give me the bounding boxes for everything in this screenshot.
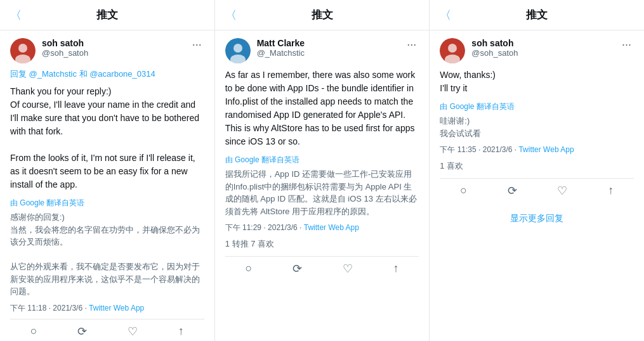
user-name: Matt Clarke <box>257 38 405 48</box>
panel-title: 推文 <box>96 8 118 22</box>
translate-section: 由 Google 翻译自英语感谢你的回复:)当然，我会将您的名字留在功劳中，并确… <box>10 198 204 298</box>
like-button[interactable]: ♡ <box>557 184 567 198</box>
translate-section: 由 Google 翻译自英语据我所记得，App ID 还需要做一些工作-已安装应… <box>225 155 419 217</box>
translate-label[interactable]: 由 Google 翻译自英语 <box>10 198 204 209</box>
retweet-button[interactable]: ⟳ <box>508 184 517 198</box>
tweet-meta: 下午 11:18 · 2021/3/6 · Twitter Web App <box>10 303 204 314</box>
svg-point-1 <box>18 44 27 53</box>
avatar <box>440 38 465 63</box>
tweet-text: Thank you for your reply:)Of course, I'l… <box>10 85 204 191</box>
panel-1: 〈推文Matt Clarke@_Matchstic···As far as I … <box>215 0 430 341</box>
back-icon[interactable]: 〈 <box>225 8 237 23</box>
user-row: Matt Clarke@_Matchstic··· <box>225 38 419 63</box>
avatar <box>10 38 36 63</box>
svg-point-7 <box>448 44 457 53</box>
user-info: Matt Clarke@_Matchstic <box>257 38 405 58</box>
user-handle: @_Matchstic <box>257 48 405 58</box>
actions-row: ○⟳♡↑ <box>440 178 634 203</box>
tweet-text: As far as I remember, there was also som… <box>225 68 419 148</box>
translate-section: 由 Google 翻译自英语哇谢谢:)我会试试看 <box>440 101 634 139</box>
translated-text: 感谢你的回复:)当然，我会将您的名字留在功劳中，并确保您不必为该分叉而烦恼。从它… <box>10 211 204 298</box>
share-button[interactable]: ↑ <box>178 325 184 338</box>
user-row: soh satoh@soh_satoh··· <box>10 38 204 63</box>
user-name: soh satoh <box>42 38 190 48</box>
tweet-container: soh satoh@soh_satoh···Wow, thanks:)I'll … <box>430 30 644 341</box>
retweet-button[interactable]: ⟳ <box>77 325 87 338</box>
translated-text: 哇谢谢:)我会试试看 <box>440 115 634 139</box>
translate-label[interactable]: 由 Google 翻译自英语 <box>225 155 419 165</box>
retweet-button[interactable]: ⟳ <box>292 262 302 276</box>
twitter-source-link[interactable]: Twitter Web App <box>89 304 144 312</box>
tweet-meta: 下午 11:29 · 2021/3/6 · Twitter Web App <box>225 222 419 233</box>
back-icon[interactable]: 〈 <box>10 8 22 23</box>
share-button[interactable]: ↑ <box>608 184 614 198</box>
panel-title: 推文 <box>312 8 333 22</box>
stats-row: 1 喜欢 <box>440 160 634 172</box>
reply-button[interactable]: ○ <box>246 262 253 276</box>
tweet-container: Matt Clarke@_Matchstic···As far as I rem… <box>215 30 430 341</box>
avatar <box>225 38 251 63</box>
user-name: soh satoh <box>471 38 619 48</box>
like-button[interactable]: ♡ <box>343 262 353 276</box>
actions-row: ○⟳♡↑ <box>225 256 419 281</box>
svg-point-4 <box>233 44 242 53</box>
panel-title: 推文 <box>526 8 548 22</box>
twitter-source-link[interactable]: Twitter Web App <box>518 145 574 154</box>
panel-2: 〈推文soh satoh@soh_satoh···Wow, thanks:)I'… <box>430 0 644 341</box>
user-info: soh satoh@soh_satoh <box>471 38 619 58</box>
translate-label[interactable]: 由 Google 翻译自英语 <box>440 101 634 112</box>
user-handle: @soh_satoh <box>471 48 619 58</box>
share-button[interactable]: ↑ <box>393 262 398 276</box>
back-icon[interactable]: 〈 <box>440 8 451 23</box>
panel-0: 〈推文soh satoh@soh_satoh···回复 @_Matchstic … <box>0 0 215 341</box>
like-button[interactable]: ♡ <box>128 325 138 338</box>
panel-header: 〈推文 <box>0 0 214 30</box>
twitter-source-link[interactable]: Twitter Web App <box>304 223 359 232</box>
more-button[interactable]: ··· <box>619 38 634 51</box>
panel-header: 〈推文 <box>215 0 430 30</box>
translated-text: 据我所记得，App ID 还需要做一些工作-已安装应用的Info.plist中的… <box>225 168 419 217</box>
reply-button[interactable]: ○ <box>30 325 37 338</box>
stats-row: 1 转推 7 喜欢 <box>225 238 419 250</box>
reply-button[interactable]: ○ <box>460 184 467 198</box>
actions-row: ○⟳♡↑ <box>10 319 204 342</box>
user-handle: @soh_satoh <box>42 48 190 58</box>
reply-line: 回复 @_Matchstic 和 @acarbone_0314 <box>10 68 204 80</box>
tweet-meta: 下午 11:35 · 2021/3/6 · Twitter Web App <box>440 145 634 155</box>
more-button[interactable]: ··· <box>404 38 419 51</box>
tweet-container: soh satoh@soh_satoh···回复 @_Matchstic 和 @… <box>0 30 214 341</box>
more-button[interactable]: ··· <box>190 38 204 51</box>
panel-header: 〈推文 <box>430 0 644 30</box>
user-info: soh satoh@soh_satoh <box>42 38 190 58</box>
tweet-text: Wow, thanks:)I'll try it <box>440 68 634 95</box>
show-more-replies[interactable]: 显示更多回复 <box>440 208 634 229</box>
user-row: soh satoh@soh_satoh··· <box>440 38 634 63</box>
